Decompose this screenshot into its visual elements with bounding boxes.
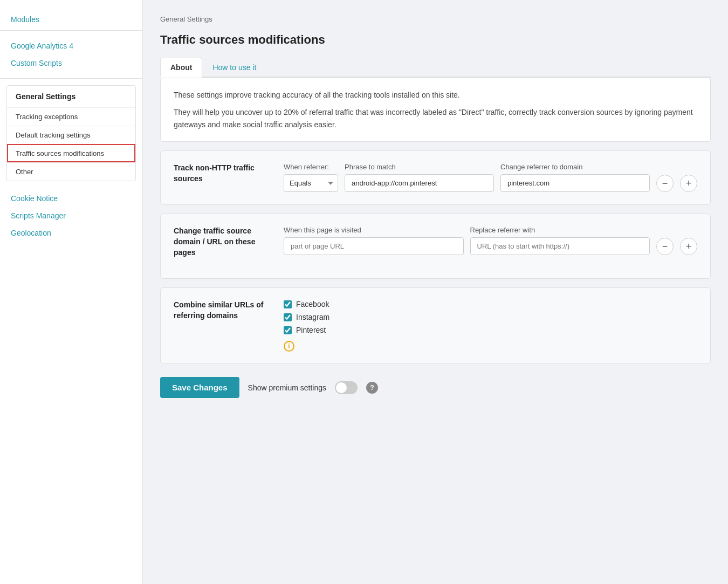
checkbox-facebook[interactable]: Facebook — [284, 300, 329, 308]
help-icon[interactable]: ? — [366, 382, 378, 394]
checkbox-pinterest-label: Pinterest — [296, 326, 326, 334]
combine-similar-section: Combine similar URLs of referring domain… — [160, 287, 711, 364]
main-content: General Settings Traffic sources modific… — [143, 0, 728, 584]
checkbox-pinterest-input[interactable] — [284, 326, 292, 334]
sidebar-modules-link[interactable]: Modules — [0, 11, 142, 31]
remove-row-button[interactable]: − — [656, 175, 674, 192]
about-card: These settings improve tracking accuracy… — [160, 78, 711, 142]
checkbox-group: Facebook Instagram Pinterest i — [284, 300, 329, 352]
tab-about[interactable]: About — [160, 58, 202, 78]
sidebar: Modules Google Analytics 4 Custom Script… — [0, 0, 143, 584]
tab-how-to-use[interactable]: How to use it — [202, 58, 266, 77]
when-referrer-group: When referrer: Equals Contains Starts wi… — [284, 163, 338, 192]
sidebar-item-traffic-sources[interactable]: Traffic sources modifications — [7, 144, 135, 162]
change-traffic-section: Change traffic source domain / URL on th… — [160, 214, 711, 279]
phrase-label: Phrase to match — [345, 163, 494, 171]
phrase-to-match-group: Phrase to match — [345, 163, 494, 192]
change-traffic-fields: When this page is visited Replace referr… — [284, 226, 697, 255]
change-traffic-content: Change traffic source domain / URL on th… — [174, 226, 697, 266]
checkbox-instagram-label: Instagram — [296, 313, 329, 321]
sidebar-item-google-analytics[interactable]: Google Analytics 4 — [0, 37, 142, 54]
sidebar-item-other[interactable]: Other — [7, 162, 135, 181]
track-non-http-fields: When referrer: Equals Contains Starts wi… — [284, 163, 697, 192]
replace-referrer-input[interactable] — [470, 237, 650, 255]
sidebar-item-cookie-notice[interactable]: Cookie Notice — [0, 190, 142, 207]
page-title: Traffic sources modifications — [160, 33, 711, 47]
checkbox-instagram-input[interactable] — [284, 313, 292, 321]
checkbox-pinterest[interactable]: Pinterest — [284, 326, 329, 334]
combine-similar-checkboxes: Facebook Instagram Pinterest i — [284, 300, 329, 352]
track-non-http-form-row: When referrer: Equals Contains Starts wi… — [284, 163, 697, 192]
when-page-label: When this page is visited — [284, 226, 464, 234]
change-referrer-input[interactable] — [500, 174, 650, 192]
info-icon[interactable]: i — [284, 341, 294, 352]
change-referrer-group: Change referrer to domain — [500, 163, 650, 192]
checkbox-facebook-input[interactable] — [284, 300, 292, 308]
replace-referrer-label: Replace referrer with — [470, 226, 650, 234]
change-traffic-form-row: When this page is visited Replace referr… — [284, 226, 697, 255]
checkbox-facebook-label: Facebook — [296, 300, 329, 308]
premium-toggle[interactable] — [335, 381, 358, 394]
sidebar-item-default-tracking[interactable]: Default tracking settings — [7, 126, 135, 144]
phrase-input[interactable] — [345, 174, 494, 192]
sidebar-item-custom-scripts[interactable]: Custom Scripts — [0, 54, 142, 72]
about-paragraph-2: They will help you uncover up to 20% of … — [174, 106, 697, 130]
track-non-http-section: Track non-HTTP traffic sources When refe… — [160, 150, 711, 205]
add-row-button[interactable]: + — [680, 175, 697, 192]
change-referrer-label: Change referrer to domain — [500, 163, 650, 171]
checkbox-instagram[interactable]: Instagram — [284, 313, 329, 321]
premium-label: Show premium settings — [248, 383, 327, 392]
sidebar-item-geolocation[interactable]: Geolocation — [0, 224, 142, 242]
when-page-group: When this page is visited — [284, 226, 464, 255]
add-traffic-row-button[interactable]: + — [680, 238, 697, 255]
track-non-http-content: Track non-HTTP traffic sources When refe… — [174, 163, 697, 193]
sidebar-item-scripts-manager[interactable]: Scripts Manager — [0, 207, 142, 224]
sidebar-item-tracking-exceptions[interactable]: Tracking exceptions — [7, 107, 135, 126]
remove-traffic-row-button[interactable]: − — [656, 238, 674, 255]
change-traffic-title: Change traffic source domain / URL on th… — [174, 226, 271, 266]
replace-referrer-group: Replace referrer with — [470, 226, 650, 255]
about-paragraph-1: These settings improve tracking accuracy… — [174, 89, 697, 101]
footer-bar: Save Changes Show premium settings ? — [160, 377, 711, 398]
sidebar-bottom-links: Cookie Notice Scripts Manager Geolocatio… — [0, 190, 142, 242]
when-page-input[interactable] — [284, 237, 464, 255]
when-referrer-label: When referrer: — [284, 163, 338, 171]
sidebar-group-title: General Settings — [7, 86, 135, 107]
track-non-http-title: Track non-HTTP traffic sources — [174, 163, 271, 193]
sidebar-divider — [0, 78, 142, 79]
save-changes-button[interactable]: Save Changes — [160, 377, 239, 398]
tabs: About How to use it — [160, 58, 711, 78]
page-header: General Settings — [160, 15, 711, 23]
when-referrer-select[interactable]: Equals Contains Starts with — [284, 174, 338, 192]
combine-similar-title: Combine similar URLs of referring domain… — [174, 300, 271, 329]
combine-similar-content: Combine similar URLs of referring domain… — [174, 300, 697, 352]
sidebar-group-general: General Settings Tracking exceptions Def… — [6, 85, 136, 181]
